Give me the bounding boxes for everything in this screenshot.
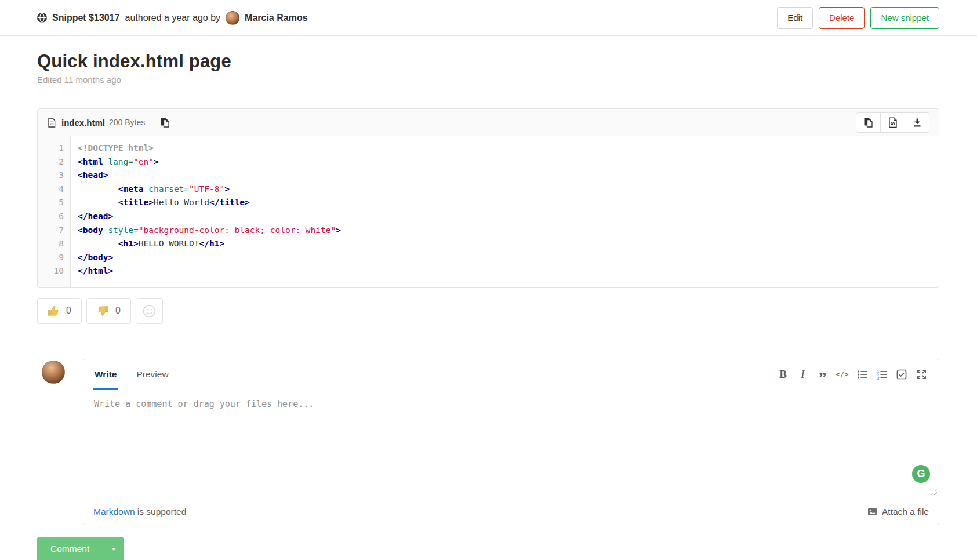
code-lines: 1<!DOCTYPE html>2<html lang="en">3<head>… — [38, 136, 939, 287]
globe-icon — [37, 13, 47, 23]
file-name: index.html — [61, 118, 105, 128]
comment-section: Write Preview B I ” </> 1 — [37, 337, 939, 525]
code-icon[interactable]: </> — [834, 366, 850, 383]
add-reaction-button[interactable] — [136, 298, 163, 324]
svg-text:3: 3 — [877, 376, 879, 380]
attach-file-button[interactable]: Attach a file — [867, 507, 929, 517]
thumbsdown-button[interactable]: 0 — [86, 298, 131, 324]
comment-submit-button[interactable]: Comment — [37, 537, 103, 560]
thumbsdown-count: 0 — [115, 306, 121, 316]
code-line: 3<head> — [38, 169, 939, 183]
authored-text: authored a year ago by — [125, 13, 221, 23]
edit-button[interactable]: Edit — [777, 7, 813, 29]
fullscreen-icon[interactable] — [913, 366, 929, 383]
download-icon — [913, 118, 922, 128]
author-name[interactable]: Marcia Ramos — [245, 13, 308, 23]
author-avatar[interactable] — [226, 11, 239, 25]
line-number[interactable]: 1 — [38, 136, 71, 155]
bullet-list-icon[interactable] — [854, 366, 870, 383]
line-number[interactable]: 9 — [38, 251, 71, 265]
page-title: Quick index.html page — [37, 51, 939, 72]
tab-write[interactable]: Write — [93, 359, 118, 390]
comment-split-button: Comment — [37, 537, 124, 560]
file-size: 200 Bytes — [109, 118, 145, 127]
line-number[interactable]: 8 — [38, 237, 71, 251]
task-list-icon[interactable] — [894, 366, 909, 383]
edited-timestamp: Edited 11 months ago — [37, 75, 939, 85]
markdown-supported-text: is supported — [135, 507, 187, 517]
thumbsup-icon — [48, 305, 60, 317]
line-number[interactable]: 6 — [38, 210, 71, 224]
italic-icon[interactable]: I — [795, 366, 811, 383]
code-line-content: <body style="background-color: black; co… — [71, 224, 341, 238]
comment-options-dropdown[interactable] — [103, 537, 124, 560]
line-number[interactable]: 4 — [38, 183, 71, 197]
resize-handle[interactable] — [931, 489, 937, 496]
copy-file-path-button[interactable] — [160, 117, 170, 128]
delete-button[interactable]: Delete — [819, 7, 865, 29]
comment-form-header: Write Preview B I ” </> 1 — [83, 359, 939, 390]
code-line: 6</head> — [38, 210, 939, 224]
download-button[interactable] — [905, 112, 929, 133]
code-line-content: <html lang="en"> — [71, 155, 159, 169]
thumbsdown-icon — [97, 305, 109, 317]
open-raw-icon — [888, 117, 898, 128]
file-card: index.html 200 Bytes — [37, 108, 939, 288]
line-number[interactable]: 3 — [38, 169, 71, 183]
code-line-content: <!DOCTYPE html> — [71, 136, 154, 155]
code-line: 4 <meta charset="UTF-8"> — [38, 183, 939, 197]
chevron-down-icon — [111, 548, 116, 550]
comment-body: G — [83, 390, 939, 499]
grammarly-icon[interactable]: G — [912, 465, 930, 483]
thumbsup-count: 0 — [66, 306, 71, 316]
quote-icon[interactable]: ” — [815, 366, 830, 383]
line-number[interactable]: 5 — [38, 196, 71, 210]
image-icon — [867, 507, 877, 517]
open-raw-button[interactable] — [880, 112, 905, 133]
file-header: index.html 200 Bytes — [38, 109, 939, 136]
markdown-toolbar: B I ” </> 1 2 3 — [775, 359, 929, 390]
code-line: 2<html lang="en"> — [38, 155, 939, 169]
snippet-id: Snippet $13017 — [52, 13, 120, 23]
copy-icon — [160, 117, 170, 128]
current-user-avatar — [42, 361, 65, 384]
attach-file-label: Attach a file — [882, 507, 929, 517]
snippet-meta-bar: Snippet $13017 authored a year ago by Ma… — [0, 0, 977, 36]
line-number[interactable]: 2 — [38, 155, 71, 169]
bold-icon[interactable]: B — [775, 366, 791, 383]
submit-row: Comment — [37, 537, 939, 560]
code-line-content: </body> — [71, 251, 113, 265]
code-line-content: <title>Hello World</title> — [71, 196, 250, 210]
code-line-content: <meta charset="UTF-8"> — [71, 183, 230, 197]
code-line: 1<!DOCTYPE html> — [38, 136, 939, 155]
line-number[interactable]: 7 — [38, 224, 71, 238]
thumbsup-button[interactable]: 0 — [37, 298, 82, 324]
snippet-actions: Edit Delete New snippet — [777, 7, 939, 29]
code-line: 5 <title>Hello World</title> — [38, 196, 939, 210]
code-line: 8 <h1>HELLO WORLD!</h1> — [38, 237, 939, 251]
award-emoji-row: 0 0 — [37, 298, 939, 324]
code-line: 9</body> — [38, 251, 939, 265]
snippet-meta: Snippet $13017 authored a year ago by Ma… — [37, 11, 308, 25]
code-viewer: 1<!DOCTYPE html>2<html lang="en">3<head>… — [38, 136, 939, 287]
comment-footer: Markdown is supported Attach a file — [83, 499, 939, 525]
code-line-content: </html> — [71, 264, 113, 287]
file-actions-group — [856, 112, 929, 133]
comment-form: Write Preview B I ” </> 1 — [83, 359, 939, 525]
markdown-link[interactable]: Markdown — [93, 507, 135, 517]
code-line: 7<body style="background-color: black; c… — [38, 224, 939, 238]
code-line-content: </head> — [71, 210, 113, 224]
comment-input[interactable] — [83, 390, 939, 483]
code-line-content: <h1>HELLO WORLD!</h1> — [71, 237, 224, 251]
smiley-icon — [143, 304, 156, 318]
numbered-list-icon[interactable]: 1 2 3 — [874, 366, 889, 383]
code-line-content: <head> — [71, 169, 108, 183]
copy-contents-button[interactable] — [856, 112, 881, 133]
line-number[interactable]: 10 — [38, 264, 71, 287]
copy-contents-icon — [863, 117, 873, 128]
new-snippet-button[interactable]: New snippet — [870, 7, 939, 29]
tab-preview[interactable]: Preview — [135, 359, 169, 390]
file-icon — [47, 118, 56, 128]
code-line: 10</html> — [38, 264, 939, 287]
